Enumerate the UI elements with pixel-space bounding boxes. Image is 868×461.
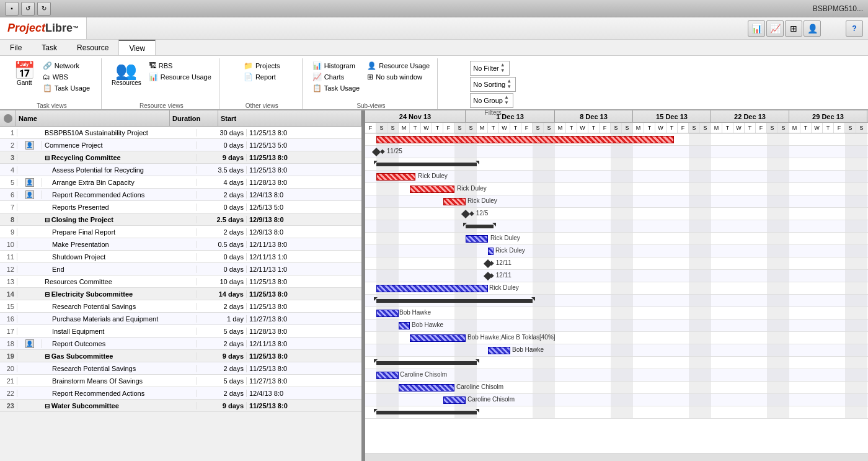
gantt-view-icon-btn[interactable]: 📊 — [748, 20, 765, 37]
weekend-shade — [700, 146, 711, 158]
collapse-triangle[interactable]: ⊟ — [45, 291, 51, 298]
weekend-shade — [454, 344, 466, 356]
gantt-day: M — [633, 123, 644, 133]
task-row[interactable]: 23⊟ Water Subcommittee9 days11/25/13 8:0 — [0, 400, 361, 412]
row-start: 12/11/13 1:0 — [247, 266, 361, 273]
task-row[interactable]: 2👤Commence Project0 days11/25/13 5:0 — [0, 139, 361, 151]
weekend-shade — [622, 183, 633, 195]
weekend-shade — [466, 245, 477, 257]
collapse-triangle[interactable]: ⊟ — [45, 353, 51, 360]
rbs-btn[interactable]: 🏗 RBS — [146, 61, 214, 71]
weekend-shade — [845, 195, 856, 207]
menu-resource[interactable]: Resource — [67, 40, 118, 55]
other-views-group: 📁 Projects 📄 Report Other views — [222, 58, 303, 109]
collapse-triangle[interactable]: ⊟ — [45, 217, 51, 223]
gantt-btn[interactable]: 📅 Gantt — [11, 61, 38, 87]
menu-view[interactable]: View — [118, 40, 156, 55]
no-sorting-row[interactable]: No Sorting ▲ ▼ — [470, 77, 516, 92]
task-row[interactable]: 12End0 days12/11/13 1:0 — [0, 263, 361, 275]
projects-btn[interactable]: 📁 Projects — [241, 61, 283, 71]
no-filter-spinner[interactable]: ▲ ▼ — [499, 63, 507, 74]
histogram-btn[interactable]: 📊 Histogram — [310, 61, 362, 71]
no-sorting-spinner[interactable]: ▲ ▼ — [505, 79, 513, 90]
task-usage-btn[interactable]: 📋 Task Usage — [40, 83, 92, 93]
task-bar — [376, 173, 415, 181]
weekend-shade — [622, 382, 633, 393]
no-filter-row[interactable]: No Filter ▲ ▼ — [470, 61, 509, 76]
resources-btn[interactable]: 👥 Resources — [109, 61, 144, 87]
task-row[interactable]: 8⊟ Closing the Project2.5 days12/9/13 8:… — [0, 213, 361, 226]
task-row[interactable]: 6👤Report Recommended Actions2 days12/4/1… — [0, 189, 361, 201]
lock-icon — [4, 114, 12, 123]
task-row[interactable]: 16Purchase Materials and Equipment1 day1… — [0, 313, 361, 325]
gantt-day: T — [644, 123, 655, 133]
filters-label: Filters — [485, 109, 502, 116]
menu-file[interactable]: File — [0, 40, 32, 55]
resource-icon: 👤 — [25, 141, 34, 150]
network-label: Network — [55, 62, 79, 69]
charts-btn[interactable]: 📈 Charts — [310, 72, 362, 82]
task-row[interactable]: 11Shutdown Project0 days12/11/13 1:0 — [0, 251, 361, 263]
task-row[interactable]: 3⊟ Recycling Committee9 days11/25/13 8:0 — [0, 151, 361, 164]
weekend-shade — [622, 369, 633, 381]
task-row[interactable]: 20Research Potential Savings2 days11/25/… — [0, 362, 361, 375]
row-duration: 0 days — [197, 141, 247, 149]
no-sub-window-btn[interactable]: ⊞ No sub window — [365, 72, 432, 82]
horizontal-scrollbar[interactable] — [365, 454, 868, 461]
task-views-group: 📅 Gantt 🔗 Network 🗂 WBS — [2, 58, 102, 109]
task-row[interactable]: 7Reports Presented0 days12/5/13 5:0 — [0, 201, 361, 213]
task-row[interactable]: 17Install Equipment5 days11/28/13 8:0 — [0, 325, 361, 338]
nav-square-btn[interactable]: ▪ — [5, 2, 19, 16]
report-btn[interactable]: 📄 Report — [241, 72, 283, 82]
task-row[interactable]: 4Assess Potential for Recycling3.5 days1… — [0, 164, 361, 176]
wbs-btn[interactable]: 🗂 WBS — [40, 72, 92, 82]
task-row[interactable]: 13Resources Committee10 days11/25/13 8:0 — [0, 275, 361, 288]
resource-usage-btn[interactable]: 📊 Resource Usage — [146, 72, 214, 82]
task-row[interactable]: 14⊟ Electricity Subcommittee14 days11/25… — [0, 288, 361, 300]
weekend-shade — [622, 320, 633, 331]
no-sub-window-label: No sub window — [376, 73, 422, 81]
collapse-triangle[interactable]: ⊟ — [45, 154, 51, 161]
gantt-day: S — [700, 123, 711, 133]
network-btn[interactable]: 🔗 Network — [40, 61, 92, 71]
task-row[interactable]: 22Report Recommended Actions2 days12/4/1… — [0, 387, 361, 400]
task-row[interactable]: 19⊟ Gas Subcommittee9 days11/25/13 8:0 — [0, 350, 361, 362]
no-group-row[interactable]: No Group ▲ ▼ — [470, 93, 513, 108]
gantt-day: T — [588, 123, 600, 133]
menubar: File Task Resource View — [0, 40, 868, 56]
task-row[interactable]: 21Brainstorm Means Of Savings5 days11/27… — [0, 375, 361, 387]
menu-task[interactable]: Task — [32, 40, 67, 55]
task-row[interactable]: 18👤Report Outcomes2 days12/11/13 8:0 — [0, 338, 361, 350]
undo-btn[interactable]: ↺ — [21, 2, 35, 16]
bar-label: Caroline Chisolm — [467, 396, 515, 403]
weekend-shade — [778, 220, 789, 232]
row-duration: 2 days — [197, 303, 247, 310]
task-usage2-btn[interactable]: 📋 Task Usage — [310, 83, 362, 93]
weekend-shade — [544, 344, 555, 356]
resource-view-icon-btn[interactable]: 👤 — [804, 20, 821, 37]
chart-view-icon-btn[interactable]: 📈 — [766, 20, 784, 37]
row-num: 18 — [0, 340, 17, 347]
task-bar — [410, 186, 454, 193]
bar-label: Rick Duley — [457, 185, 487, 192]
task-row[interactable]: 5👤Arrange Extra Bin Capacity4 days11/28/… — [0, 176, 361, 189]
no-group-spinner[interactable]: ▲ ▼ — [503, 95, 510, 106]
task-row[interactable]: 1BSBPB510A Sustainability Project30 days… — [0, 127, 361, 139]
help-btn[interactable]: ? — [846, 20, 863, 37]
gantt-row-bg: Caroline Chisolm — [365, 369, 868, 382]
weekend-shade — [856, 406, 867, 418]
redo-btn[interactable]: ↻ — [37, 2, 51, 16]
resource-usage2-btn[interactable]: 👤 Resource Usage — [365, 61, 432, 71]
bar-label: Bob Hawke;Alice B Toklas[40%] — [467, 334, 556, 341]
weekend-shade — [689, 233, 700, 244]
task-row[interactable]: 10Make Presentation0.5 days12/11/13 8:0 — [0, 238, 361, 251]
task-row[interactable]: 15Research Potential Savings2 days11/25/… — [0, 300, 361, 313]
weekend-shade — [533, 146, 544, 158]
row-num: 13 — [0, 278, 17, 285]
table-view-icon-btn[interactable]: ⊞ — [785, 20, 802, 37]
weekend-shade — [845, 307, 856, 319]
weekend-shade — [376, 344, 388, 356]
collapse-triangle[interactable]: ⊟ — [45, 403, 51, 410]
weekend-shade — [778, 332, 789, 344]
task-row[interactable]: 9Prepare Final Report2 days12/9/13 8:0 — [0, 226, 361, 238]
